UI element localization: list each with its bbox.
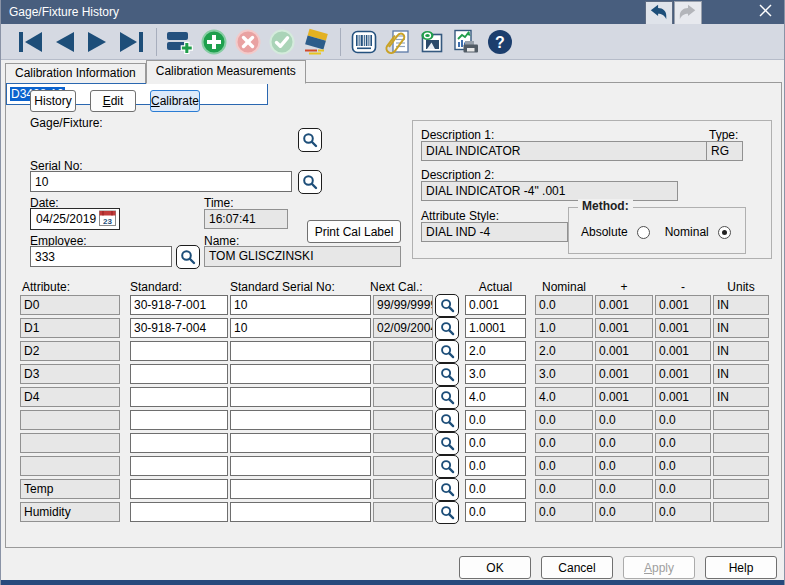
help-button[interactable]: Help [705, 556, 777, 579]
first-record-button[interactable] [15, 27, 45, 57]
table-row: 0.0 0.0 0.0 [6, 456, 783, 479]
standard-serial-input[interactable] [230, 364, 371, 384]
actual-input[interactable] [465, 318, 526, 338]
serial-search-button[interactable] [298, 170, 322, 194]
ok-button[interactable]: OK [459, 556, 531, 579]
absolute-radio[interactable] [637, 226, 650, 239]
units-cell: IN [713, 387, 769, 407]
next-cal-cell [373, 456, 433, 476]
calibrate-button[interactable]: Calibrate [150, 90, 200, 112]
standard-serial-input[interactable] [230, 502, 371, 522]
actual-input[interactable] [465, 387, 526, 407]
accept-button[interactable] [267, 27, 297, 57]
header-units: Units [713, 280, 769, 294]
clear-button[interactable] [301, 27, 331, 57]
method-groupbox: Method: Absolute Nominal [568, 207, 746, 254]
help-button-toolbar[interactable]: ? [485, 27, 515, 57]
standard-input[interactable] [130, 433, 228, 453]
calendar-icon[interactable]: 23 [99, 210, 116, 229]
standard-search-button[interactable] [435, 386, 459, 409]
actual-input[interactable] [465, 295, 526, 315]
employee-search-button[interactable] [176, 245, 200, 269]
actual-input[interactable] [465, 502, 526, 522]
standard-search-button[interactable] [435, 478, 459, 501]
attach-document-button[interactable] [383, 27, 413, 57]
history-button[interactable]: History [30, 90, 76, 112]
nominal-cell: 1.0 [535, 318, 593, 338]
print-report-icon [452, 28, 480, 56]
standard-input[interactable] [130, 364, 228, 384]
standard-serial-input[interactable] [230, 387, 371, 407]
next-record-button[interactable] [83, 27, 113, 57]
view-image-button[interactable] [417, 27, 447, 57]
new-record-icon [166, 28, 194, 56]
redo-icon [678, 3, 698, 24]
close-button[interactable] [752, 0, 778, 24]
toolbar-separator [156, 28, 157, 56]
actual-input[interactable] [465, 456, 526, 476]
nominal-cell: 0.0 [535, 410, 593, 430]
date-input[interactable]: 04/25/2019 23 [30, 208, 120, 230]
standard-serial-input[interactable] [230, 318, 371, 338]
print-report-button[interactable] [451, 27, 481, 57]
standard-serial-input[interactable] [230, 410, 371, 430]
standard-search-button[interactable] [435, 501, 459, 524]
standard-search-button[interactable] [435, 317, 459, 340]
standard-search-button[interactable] [435, 409, 459, 432]
edit-button[interactable]: Edit [90, 90, 136, 112]
table-row: D4 4.0 0.001 0.001 IN [6, 387, 783, 410]
prev-record-button[interactable] [49, 27, 79, 57]
header-next-cal: Next Cal.: [370, 280, 423, 294]
search-icon [440, 459, 455, 474]
attribute-cell [20, 433, 120, 453]
tab-calibration-measurements[interactable]: Calibration Measurements [146, 60, 306, 84]
print-cal-label-button[interactable]: Print Cal Label [307, 220, 401, 243]
header-minus: - [655, 280, 711, 294]
attribute-cell: D2 [20, 341, 120, 361]
standard-input[interactable] [130, 295, 228, 315]
barcode-button[interactable] [349, 27, 379, 57]
apply-button[interactable]: Apply [623, 556, 695, 579]
last-record-button[interactable] [117, 27, 147, 57]
standard-serial-input[interactable] [230, 341, 371, 361]
window-bottom-border [1, 580, 785, 585]
serial-no-input[interactable] [30, 171, 292, 192]
standard-input[interactable] [130, 387, 228, 407]
redo-button[interactable] [674, 1, 702, 26]
standard-serial-input[interactable] [230, 433, 371, 453]
standard-input[interactable] [130, 479, 228, 499]
add-button[interactable] [199, 27, 229, 57]
minus-tolerance-cell: 0.0 [655, 410, 711, 430]
cancel-button-toolbar[interactable] [233, 27, 263, 57]
standard-input[interactable] [130, 502, 228, 522]
tab-calibration-information[interactable]: Calibration Information [5, 63, 146, 83]
standard-input[interactable] [130, 318, 228, 338]
standard-search-button[interactable] [435, 455, 459, 478]
minus-tolerance-cell: 0.0 [655, 456, 711, 476]
actual-input[interactable] [465, 479, 526, 499]
method-label: Method: [578, 199, 633, 213]
standard-search-button[interactable] [435, 363, 459, 386]
cancel-button[interactable]: Cancel [541, 556, 613, 579]
actual-input[interactable] [465, 410, 526, 430]
standard-serial-input[interactable] [230, 479, 371, 499]
standard-serial-input[interactable] [230, 456, 371, 476]
undo-button[interactable] [645, 1, 673, 26]
actual-input[interactable] [465, 433, 526, 453]
standard-search-button[interactable] [435, 432, 459, 455]
barcode-icon [350, 28, 378, 56]
standard-input[interactable] [130, 456, 228, 476]
standard-search-button[interactable] [435, 340, 459, 363]
minus-tolerance-cell: 0.0 [655, 433, 711, 453]
gage-search-button[interactable] [298, 128, 322, 152]
next-cal-cell [373, 364, 433, 384]
standard-serial-input[interactable] [230, 295, 371, 315]
actual-input[interactable] [465, 341, 526, 361]
new-record-button[interactable] [165, 27, 195, 57]
standard-input[interactable] [130, 410, 228, 430]
nominal-radio[interactable] [718, 226, 731, 239]
employee-input[interactable] [30, 246, 172, 267]
standard-input[interactable] [130, 341, 228, 361]
actual-input[interactable] [465, 364, 526, 384]
standard-search-button[interactable] [435, 294, 459, 317]
